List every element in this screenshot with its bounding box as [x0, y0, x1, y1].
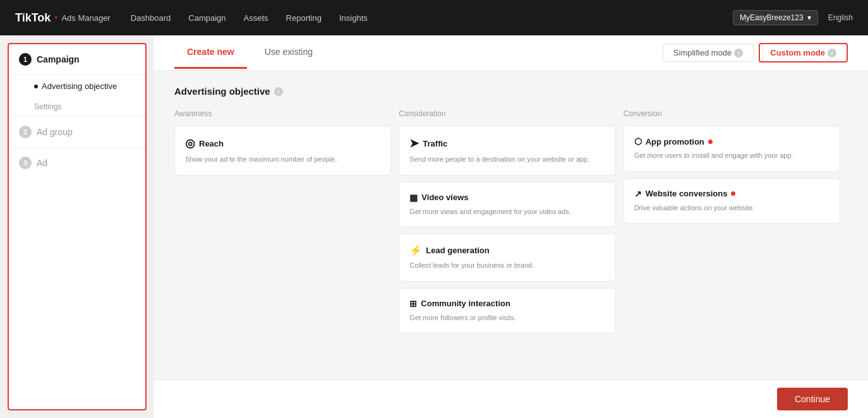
sidebar-advertising-objective[interactable]: Advertising objective	[9, 75, 145, 97]
reach-desc: Show your ad to the maximum number of pe…	[185, 154, 380, 165]
custom-info-icon: i	[828, 49, 836, 57]
content-area: Create new Use existing Simplified mode …	[154, 35, 868, 418]
nav-assets[interactable]: Assets	[244, 13, 268, 23]
website-conversions-new-badge	[731, 191, 735, 196]
sidebar-objective-label: Advertising objective	[42, 81, 117, 91]
lead-generation-icon: ⚡	[409, 244, 422, 256]
video-views-title: ▦ Video views	[409, 193, 605, 203]
nav-dashboard[interactable]: Dashboard	[131, 13, 171, 23]
main-content: Advertising objective i Awareness ◎ Reac…	[154, 71, 868, 355]
chevron-down-icon	[807, 13, 811, 22]
lead-generation-title: ⚡ Lead generation	[409, 244, 605, 256]
step-1-badge: 1	[19, 53, 32, 66]
community-interaction-card[interactable]: ⊞ Community interaction Get more followe…	[399, 288, 615, 334]
video-views-desc: Get more views and engagement for your v…	[409, 206, 605, 217]
simplified-mode-label: Simplified mode	[673, 48, 732, 57]
traffic-title: ➤ Traffic	[409, 136, 605, 150]
community-interaction-desc: Get more followers or profile visits.	[409, 313, 605, 323]
reach-title: ◎ Reach	[185, 136, 380, 150]
language-label: English	[828, 13, 853, 22]
custom-mode-label: Custom mode	[770, 48, 825, 57]
custom-mode-button[interactable]: Custom mode i	[759, 43, 848, 63]
nav-campaign[interactable]: Campaign	[188, 13, 226, 23]
brand-logo: TikTok · Ads Manager	[15, 11, 111, 25]
sidebar-settings-label: Settings	[34, 102, 61, 111]
simplified-mode-button[interactable]: Simplified mode i	[663, 44, 754, 62]
tabs: Create new Use existing	[174, 37, 330, 69]
app-promotion-icon: ⬡	[634, 136, 642, 146]
reach-icon: ◎	[185, 136, 195, 150]
step-3-badge: 3	[19, 157, 32, 169]
sidebar-settings[interactable]: Settings	[9, 97, 145, 116]
sidebar-adgroup-step: 2 Ad group	[9, 116, 145, 147]
app-promotion-desc: Get more users to install and engage wit…	[634, 150, 829, 161]
video-views-icon: ▦	[409, 193, 418, 203]
mode-buttons: Simplified mode i Custom mode i	[663, 43, 848, 63]
website-conversions-desc: Drive valuable actions on your website.	[634, 203, 829, 213]
sidebar-ad-label: Ad	[37, 158, 47, 168]
simplified-info-icon: i	[734, 49, 743, 57]
awareness-column: Awareness ◎ Reach Show your ad to the ma…	[174, 109, 399, 340]
conversion-header: Conversion	[624, 109, 848, 118]
step-2-badge: 2	[19, 126, 32, 138]
footer-bar: Continue	[154, 379, 868, 418]
tab-create-new[interactable]: Create new	[174, 37, 247, 69]
app-promotion-card[interactable]: ⬡ App promotion Get more users to instal…	[624, 126, 840, 172]
lead-generation-card[interactable]: ⚡ Lead generation Collect leads for your…	[399, 234, 615, 282]
website-conversions-card[interactable]: ↗ Website conversions Drive valuable act…	[624, 178, 840, 224]
sidebar-campaign-label: Campaign	[37, 54, 80, 64]
sidebar: 1 Campaign Advertising objective Setting…	[8, 43, 147, 410]
nav-right: MyEasyBreeze123 English	[733, 10, 853, 25]
lead-generation-desc: Collect leads for your business or brand…	[409, 260, 605, 271]
website-conversions-title: ↗ Website conversions	[634, 189, 829, 199]
sidebar-campaign-step: 1 Campaign	[9, 44, 145, 75]
sidebar-ad-step: 3 Ad	[9, 147, 145, 178]
tab-use-existing[interactable]: Use existing	[252, 37, 325, 69]
account-button[interactable]: MyEasyBreeze123	[733, 10, 818, 25]
main-layout: 1 Campaign Advertising objective Setting…	[0, 35, 868, 418]
top-navigation: TikTok · Ads Manager Dashboard Campaign …	[0, 0, 868, 35]
nav-links: Dashboard Campaign Assets Reporting Insi…	[131, 13, 713, 23]
brand-subtitle: Ads Manager	[61, 13, 110, 23]
reach-card[interactable]: ◎ Reach Show your ad to the maximum numb…	[174, 126, 391, 176]
account-name: MyEasyBreeze123	[740, 13, 804, 22]
awareness-header: Awareness	[174, 109, 399, 118]
sidebar-adgroup-label: Ad group	[37, 127, 73, 137]
continue-button[interactable]: Continue	[777, 388, 848, 410]
bullet-icon	[34, 85, 38, 88]
tab-bar: Create new Use existing Simplified mode …	[154, 35, 868, 71]
traffic-icon: ➤	[409, 136, 419, 150]
nav-reporting[interactable]: Reporting	[286, 13, 322, 23]
app-promotion-new-badge	[708, 140, 713, 144]
community-interaction-title: ⊞ Community interaction	[409, 299, 605, 309]
section-info-icon: i	[274, 87, 283, 96]
brand-name: TikTok	[15, 11, 51, 25]
consideration-header: Consideration	[399, 109, 623, 118]
website-conversions-icon: ↗	[634, 189, 642, 199]
conversion-column: Conversion ⬡ App promotion Get more user…	[624, 109, 848, 340]
traffic-desc: Send more people to a destination on you…	[409, 154, 605, 165]
section-title: Advertising objective i	[174, 86, 848, 97]
video-views-card[interactable]: ▦ Video views Get more views and engagem…	[399, 182, 615, 228]
app-promotion-title: ⬡ App promotion	[634, 136, 829, 146]
nav-insights[interactable]: Insights	[339, 13, 368, 23]
traffic-card[interactable]: ➤ Traffic Send more people to a destinat…	[399, 126, 615, 176]
community-icon: ⊞	[409, 299, 417, 309]
consideration-column: Consideration ➤ Traffic Send more people…	[399, 109, 623, 340]
objective-columns: Awareness ◎ Reach Show your ad to the ma…	[174, 109, 848, 340]
